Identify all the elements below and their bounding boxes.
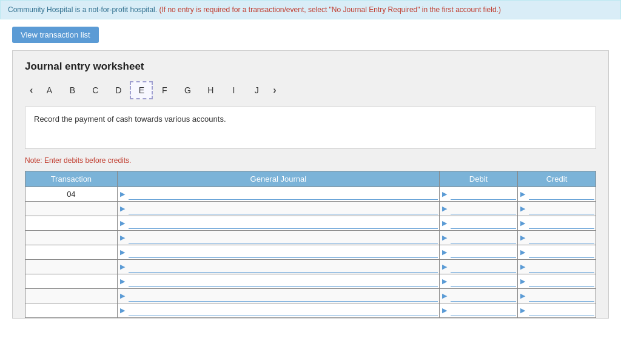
- debit-cell-7[interactable]: ▶: [439, 289, 517, 303]
- table-row: ▶▶▶: [25, 303, 596, 318]
- debit-input-1[interactable]: [451, 204, 516, 214]
- debit-input-4[interactable]: [451, 247, 516, 258]
- debit-input-6[interactable]: [451, 276, 516, 287]
- credit-cell-7[interactable]: ▶: [517, 289, 596, 303]
- general-journal-cell-0[interactable]: ▶: [117, 187, 439, 202]
- credit-input-4[interactable]: [529, 247, 594, 258]
- worksheet-title: Journal entry worksheet: [25, 61, 596, 73]
- transaction-cell-4: [25, 245, 118, 260]
- table-row: ▶▶▶: [25, 260, 596, 274]
- debit-input-3[interactable]: [451, 233, 516, 243]
- top-notice: Community Hospital is a not-for-profit h…: [0, 0, 621, 19]
- tab-E[interactable]: E: [130, 81, 153, 99]
- tab-C[interactable]: C: [84, 81, 107, 99]
- arrow-debit-6: ▶: [440, 277, 449, 285]
- table-row: ▶▶▶: [25, 202, 596, 216]
- arrow-credit-8: ▶: [518, 306, 528, 314]
- tab-D[interactable]: D: [107, 81, 130, 99]
- debit-input-8[interactable]: [451, 305, 516, 316]
- arrow-credit-1: ▶: [518, 205, 528, 213]
- transaction-cell-2: [25, 216, 118, 231]
- credit-cell-3[interactable]: ▶: [517, 231, 596, 245]
- general-journal-input-8[interactable]: [129, 305, 438, 316]
- arrow-gj-7: ▶: [118, 292, 127, 300]
- tab-next-arrow[interactable]: ›: [268, 84, 281, 97]
- debit-cell-5[interactable]: ▶: [439, 260, 517, 274]
- debit-cell-3[interactable]: ▶: [439, 231, 517, 245]
- description-box: Record the payment of cash towards vario…: [25, 107, 596, 149]
- general-journal-input-0[interactable]: [129, 189, 438, 200]
- general-journal-cell-7[interactable]: ▶: [117, 289, 439, 303]
- tab-G[interactable]: G: [176, 81, 199, 99]
- tab-prev-arrow[interactable]: ‹: [25, 84, 38, 97]
- credit-cell-5[interactable]: ▶: [517, 260, 596, 274]
- general-journal-cell-2[interactable]: ▶: [117, 216, 439, 231]
- credit-input-5[interactable]: [529, 262, 594, 273]
- credit-cell-8[interactable]: ▶: [517, 303, 596, 318]
- view-transaction-list-button[interactable]: View transaction list: [12, 27, 99, 43]
- credit-cell-4[interactable]: ▶: [517, 245, 596, 260]
- debit-cell-0[interactable]: ▶: [439, 187, 517, 202]
- arrow-gj-8: ▶: [118, 306, 127, 314]
- general-journal-input-5[interactable]: [129, 262, 438, 273]
- tab-A[interactable]: A: [38, 81, 61, 99]
- credit-cell-0[interactable]: ▶: [517, 187, 596, 202]
- general-journal-cell-4[interactable]: ▶: [117, 245, 439, 260]
- table-row: ▶▶▶: [25, 274, 596, 289]
- general-journal-cell-3[interactable]: ▶: [117, 231, 439, 245]
- tab-B[interactable]: B: [61, 81, 84, 99]
- debit-cell-8[interactable]: ▶: [439, 303, 517, 318]
- arrow-gj-6: ▶: [118, 277, 127, 285]
- transaction-cell-5: [25, 260, 118, 274]
- notice-highlight: (If no entry is required for a transacti…: [159, 5, 500, 14]
- arrow-credit-5: ▶: [518, 263, 528, 271]
- general-journal-cell-8[interactable]: ▶: [117, 303, 439, 318]
- general-journal-input-6[interactable]: [129, 276, 438, 287]
- general-journal-input-2[interactable]: [129, 218, 438, 229]
- arrow-debit-5: ▶: [440, 263, 449, 271]
- credit-input-7[interactable]: [529, 291, 594, 302]
- tab-J[interactable]: J: [245, 81, 268, 99]
- debit-input-2[interactable]: [451, 218, 516, 229]
- credit-input-2[interactable]: [529, 218, 594, 229]
- arrow-gj-0: ▶: [118, 190, 127, 198]
- general-journal-input-3[interactable]: [129, 233, 438, 243]
- general-journal-cell-5[interactable]: ▶: [117, 260, 439, 274]
- debit-input-5[interactable]: [451, 262, 516, 273]
- table-row: ▶▶▶: [25, 216, 596, 231]
- general-journal-cell-1[interactable]: ▶: [117, 202, 439, 216]
- transaction-cell-6: [25, 274, 118, 289]
- arrow-debit-8: ▶: [440, 306, 449, 314]
- table-row: ▶▶▶: [25, 245, 596, 260]
- arrow-credit-3: ▶: [518, 234, 528, 242]
- arrow-gj-4: ▶: [118, 248, 127, 256]
- credit-input-1[interactable]: [529, 204, 594, 214]
- credit-input-3[interactable]: [529, 233, 594, 243]
- arrow-gj-5: ▶: [118, 263, 127, 271]
- arrow-gj-2: ▶: [118, 219, 127, 227]
- credit-cell-6[interactable]: ▶: [517, 274, 596, 289]
- col-header-general-journal: General Journal: [117, 171, 439, 187]
- general-journal-input-4[interactable]: [129, 247, 438, 258]
- transaction-cell-8: [25, 303, 118, 318]
- general-journal-input-7[interactable]: [129, 291, 438, 302]
- worksheet-container: Journal entry worksheet ‹ A B C D E F G …: [12, 50, 609, 319]
- credit-cell-2[interactable]: ▶: [517, 216, 596, 231]
- tab-I[interactable]: I: [222, 81, 245, 99]
- debit-cell-4[interactable]: ▶: [439, 245, 517, 260]
- debit-cell-6[interactable]: ▶: [439, 274, 517, 289]
- arrow-credit-6: ▶: [518, 277, 528, 285]
- debit-input-0[interactable]: [451, 189, 516, 200]
- debit-input-7[interactable]: [451, 291, 516, 302]
- general-journal-input-1[interactable]: [129, 204, 438, 214]
- credit-input-6[interactable]: [529, 276, 594, 287]
- col-header-credit: Credit: [517, 171, 596, 187]
- general-journal-cell-6[interactable]: ▶: [117, 274, 439, 289]
- credit-input-0[interactable]: [529, 189, 594, 200]
- tab-H[interactable]: H: [199, 81, 222, 99]
- credit-cell-1[interactable]: ▶: [517, 202, 596, 216]
- credit-input-8[interactable]: [529, 305, 594, 316]
- debit-cell-2[interactable]: ▶: [439, 216, 517, 231]
- debit-cell-1[interactable]: ▶: [439, 202, 517, 216]
- tab-F[interactable]: F: [153, 81, 176, 99]
